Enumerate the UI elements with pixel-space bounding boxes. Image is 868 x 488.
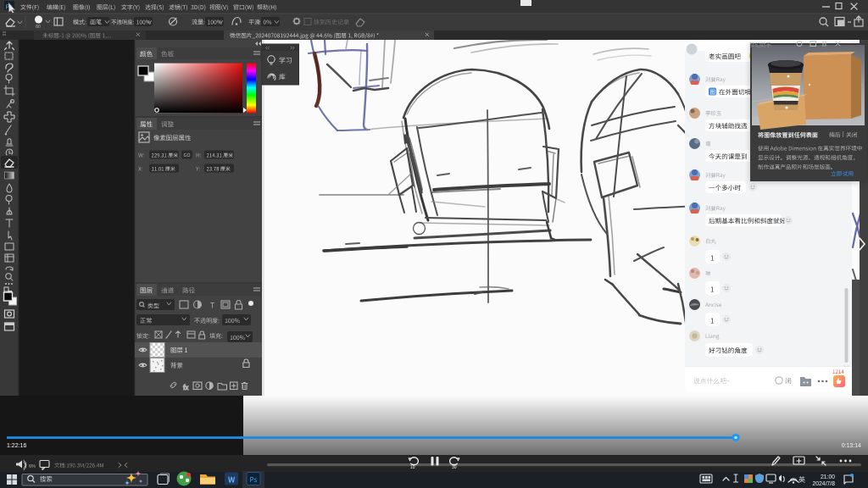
svg-text:0:13:14: 0:13:14 — [842, 442, 861, 448]
svg-text:6%: 6% — [29, 463, 36, 469]
svg-text:30: 30 — [452, 464, 457, 469]
svg-text:21:00: 21:00 — [821, 474, 835, 480]
svg-text:1:22:16: 1:22:16 — [7, 442, 26, 448]
svg-text:2024/7/8: 2024/7/8 — [813, 480, 836, 486]
svg-text:10: 10 — [410, 464, 415, 469]
